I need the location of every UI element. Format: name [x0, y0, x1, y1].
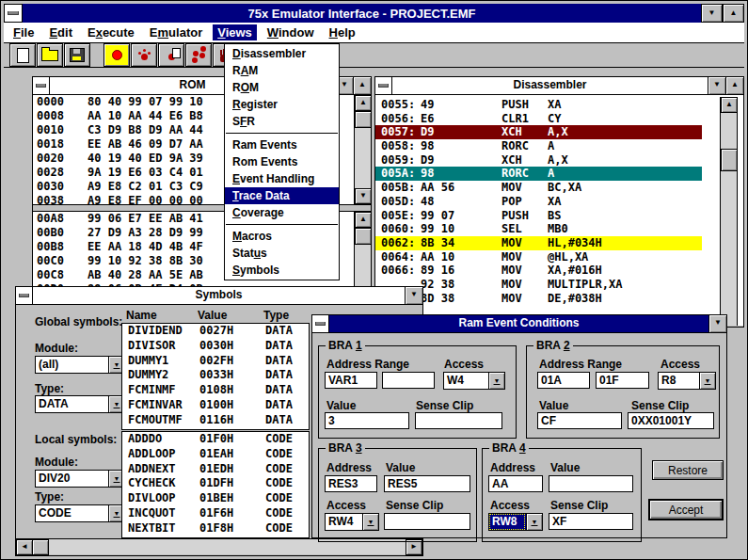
scrollbar-thumb[interactable] — [355, 228, 371, 245]
disassembler-scrollbar[interactable]: ▲ — [720, 97, 738, 326]
menubar-item-edit[interactable]: Edit — [44, 24, 77, 40]
ram-event-system-menu-icon[interactable] — [312, 315, 329, 332]
views-menu-item-macros[interactable]: Macros — [225, 228, 339, 245]
symbols-minimize-button[interactable]: ▼ — [405, 287, 422, 304]
views-menu-item-coverage[interactable]: Coverage — [225, 204, 339, 221]
views-menu-item-status[interactable]: Status — [225, 245, 339, 262]
local-module-select[interactable]: DIV20 ▼ — [35, 470, 125, 488]
disassembler-system-menu-icon[interactable] — [375, 77, 392, 94]
bra1-address-end-field[interactable] — [382, 372, 435, 389]
multi-paw-button[interactable] — [185, 43, 212, 67]
bra1-access-select[interactable]: W4 ▼ — [443, 372, 505, 390]
combo-arrow-icon[interactable]: ▼ — [488, 372, 505, 390]
rom-top-scrollbar[interactable]: ▲ ▼ — [354, 95, 371, 204]
disassembly-row[interactable]: 005D:48POPXA — [375, 195, 702, 209]
scroll-up-icon[interactable]: ▲ — [355, 212, 371, 228]
combo-arrow-icon[interactable]: ▼ — [699, 372, 716, 390]
scrollbar-thumb[interactable] — [355, 111, 371, 128]
menubar-item-file[interactable]: File — [8, 24, 39, 40]
symbol-row[interactable]: FCMINMF0108HDATA — [122, 383, 309, 398]
bra3-address-field[interactable] — [325, 475, 377, 492]
disassembly-row[interactable]: 005B:AA 56MOVBC,XA — [375, 181, 702, 195]
scrollbar-thumb[interactable] — [721, 149, 738, 171]
disassembly-row[interactable]: 0058:98RORCA — [375, 139, 702, 153]
views-menu-item-sfr[interactable]: SFR — [225, 113, 339, 130]
bra4-address-field[interactable] — [488, 475, 543, 492]
symbol-row[interactable]: DIVISOR0030HDATA — [122, 339, 309, 354]
rom-maximize-button[interactable]: ▲ — [353, 77, 371, 94]
scroll-left-icon[interactable]: ◄ — [16, 539, 33, 555]
global-module-select[interactable]: (all) ▼ — [35, 356, 125, 374]
bra2-address-start-field[interactable] — [537, 372, 590, 389]
views-menu-item-trace-data[interactable]: Trace Data — [225, 187, 339, 204]
open-folder-button[interactable] — [37, 43, 63, 67]
symbol-row[interactable]: DUMMY1002FHDATA — [122, 354, 309, 369]
record-dot-button[interactable] — [103, 43, 130, 67]
menubar-item-window[interactable]: Window — [263, 24, 319, 40]
maximize-button[interactable]: ▲ — [723, 4, 744, 23]
symbols-system-menu-icon[interactable] — [16, 287, 33, 304]
bra2-sense-clip-field[interactable] — [628, 412, 714, 429]
menubar-item-emulator[interactable]: Emulator — [145, 24, 207, 40]
disassembly-row[interactable]: 0059:D9XCHA,X — [375, 153, 702, 168]
bra1-value-field[interactable] — [325, 412, 409, 429]
bra2-address-end-field[interactable] — [596, 372, 649, 389]
disassembly-row[interactable]: 005A:98RORCA — [375, 167, 702, 181]
disassembler-maximize-button[interactable]: ▲ — [725, 77, 743, 94]
combo-arrow-icon[interactable]: ▼ — [362, 513, 379, 531]
views-menu-item-symbols[interactable]: Symbols — [225, 262, 339, 279]
save-floppy-button[interactable] — [64, 43, 90, 67]
disassembly-row[interactable]: 0055:49PUSHXA — [375, 98, 702, 112]
symbol-row[interactable]: FCMINVAR0100HDATA — [122, 398, 309, 413]
symbol-row[interactable]: DIVLOOP01BEHCODE — [122, 491, 309, 506]
symbol-row[interactable]: INCQUOT01F6HCODE — [122, 506, 309, 521]
views-menu-item-disassembler[interactable]: Disassembler — [225, 45, 339, 62]
bra1-address-start-field[interactable] — [325, 372, 377, 389]
bra3-access-select[interactable]: RW4 ▼ — [325, 513, 379, 531]
bra2-access-select[interactable]: R8 ▼ — [658, 372, 716, 390]
views-menu-item-rom-events[interactable]: Rom Events — [225, 153, 339, 170]
symbol-row[interactable]: DUMMY20033HDATA — [122, 368, 309, 383]
views-menu-item-ram-events[interactable]: Ram Events — [225, 136, 339, 153]
symbol-row[interactable]: CYCHECK01DFHCODE — [122, 476, 309, 491]
restore-button[interactable]: Restore — [652, 460, 724, 480]
scroll-up-icon[interactable]: ▲ — [355, 95, 371, 111]
menubar-item-execute[interactable]: Execute — [83, 24, 139, 40]
trace-paw-button[interactable] — [131, 43, 157, 67]
bra3-value-field[interactable] — [384, 475, 470, 492]
views-menu-item-event-handling[interactable]: Event Handling — [225, 170, 339, 187]
disassembly-row[interactable]: 0066:89 16MOVXA,#016H — [375, 264, 702, 278]
symbol-row[interactable]: ADDNEXT01EDHCODE — [122, 462, 309, 477]
new-file-button[interactable] — [9, 43, 36, 67]
bra4-value-field[interactable] — [549, 475, 633, 492]
global-type-select[interactable]: DATA ▼ — [35, 395, 125, 413]
system-menu-icon[interactable] — [4, 4, 23, 23]
bra4-sense-clip-field[interactable] — [549, 513, 633, 530]
disassembly-row[interactable]: 005E:99 07PUSHBS — [375, 209, 702, 223]
symbol-row[interactable]: ADDLOOP01EAHCODE — [122, 447, 309, 462]
local-type-select[interactable]: CODE ▼ — [35, 504, 125, 522]
minimize-button[interactable]: ▼ — [701, 4, 723, 23]
scroll-down-icon[interactable]: ▼ — [355, 188, 371, 204]
accept-button[interactable]: Accept — [648, 499, 724, 520]
scrollbar-thumb[interactable] — [32, 539, 49, 555]
menubar-item-help[interactable]: Help — [325, 24, 360, 40]
bra4-access-select[interactable]: RW8 ▼ — [488, 513, 543, 531]
bra3-sense-clip-field[interactable] — [384, 513, 470, 530]
views-menu-item-register[interactable]: Register — [225, 96, 339, 113]
bra1-sense-clip-field[interactable] — [415, 412, 502, 429]
views-menu-item-ram[interactable]: RAM — [225, 62, 339, 79]
symbol-row[interactable]: FCMOUTMF0116HDATA — [122, 413, 309, 428]
menubar-item-views[interactable]: Views — [213, 24, 257, 40]
rom-system-menu-icon[interactable] — [33, 77, 50, 94]
disassembly-row[interactable]: 0057:D9XCHA,X — [375, 125, 702, 139]
disassembly-row[interactable]: 0064:AA 10MOV@HL,XA — [375, 250, 702, 264]
bra2-value-field[interactable] — [537, 412, 622, 429]
rom-bottom-scrollbar[interactable]: ▲ — [354, 212, 371, 295]
disassembly-row[interactable]: 0056:E6CLR1CY — [375, 112, 702, 126]
disassembly-row[interactable]: 92 38MOVMULTIPLR,XA — [375, 278, 702, 292]
combo-arrow-icon[interactable]: ▼ — [526, 513, 543, 531]
symbol-row[interactable]: NEXTBIT01F8HCODE — [122, 521, 309, 536]
disassembler-minimize-button[interactable]: ▼ — [708, 77, 725, 94]
symbol-row[interactable]: ADDDO01F0HCODE — [122, 432, 309, 447]
